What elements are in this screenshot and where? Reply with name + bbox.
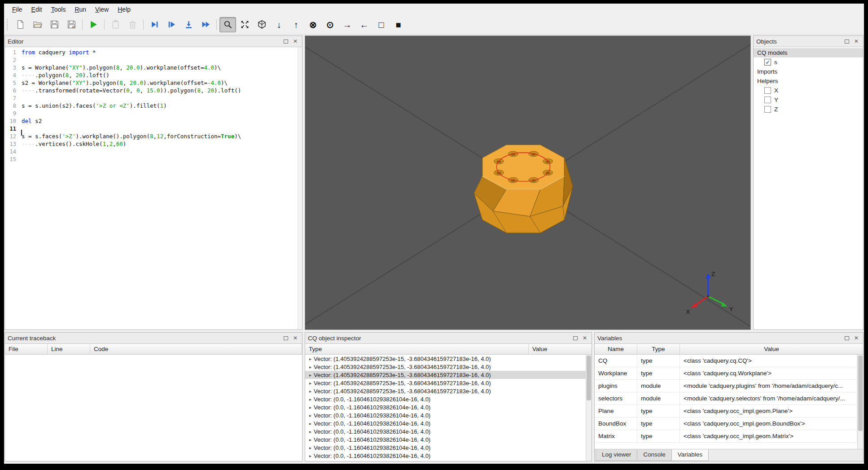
expand-arrow-icon[interactable]: [307, 381, 314, 386]
inspector-row[interactable]: Vector: (1.4053924288597253e-15, -3.6804…: [305, 355, 586, 363]
expand-arrow-icon[interactable]: [307, 421, 314, 426]
expand-arrow-icon[interactable]: [307, 365, 314, 369]
code-line-8[interactable]: 8s = s.union(s2).faces('>Z or <Z').fille…: [5, 102, 302, 110]
inspector-row[interactable]: Vector: (0.0, -1.1604610293826104e-16, 4…: [305, 435, 586, 444]
save-as-button[interactable]: [63, 17, 80, 32]
code-line-5[interactable]: 5s2 = Workplane("XY").polygon(8, 20.0).w…: [5, 79, 302, 87]
inspector-close-button[interactable]: [581, 334, 589, 342]
code-line-9[interactable]: 9: [5, 110, 302, 117]
column-header-type[interactable]: Type: [637, 344, 680, 354]
tree-item-z[interactable]: Z: [754, 105, 863, 114]
checkbox-z[interactable]: [764, 106, 771, 113]
continue-button[interactable]: [197, 17, 214, 32]
save-button[interactable]: [46, 17, 63, 32]
tree-item-imports[interactable]: Imports: [754, 67, 863, 76]
menu-edit[interactable]: Edit: [27, 4, 47, 14]
variable-row-plane[interactable]: Planetype<class 'cadquery.occ_impl.geom.…: [595, 405, 857, 417]
inspector-row[interactable]: Vector: (0.0, -1.1604610293826104e-16, 4…: [305, 419, 586, 427]
code-line-2[interactable]: 2: [5, 56, 302, 64]
inspector-row[interactable]: Vector: (0.0, -1.1604610293826104e-16, 4…: [305, 444, 586, 452]
variables-scrollbar[interactable]: [857, 355, 863, 449]
variable-row-plugins[interactable]: pluginsmodule<module 'cadquery.plugins' …: [595, 380, 857, 392]
scrollbar-thumb[interactable]: [587, 356, 591, 400]
top-view-button[interactable]: ↓: [271, 17, 287, 32]
objects-float-button[interactable]: [843, 37, 851, 45]
inspector-row[interactable]: Vector: (1.4053924288597253e-15, -3.6804…: [305, 371, 586, 379]
column-header-value[interactable]: Value: [680, 344, 863, 354]
bottom-view-button[interactable]: ↑: [288, 17, 304, 32]
step-into-button[interactable]: [180, 17, 197, 32]
tree-item-s[interactable]: s: [754, 57, 863, 67]
checkbox-x[interactable]: [764, 87, 771, 94]
column-header-file[interactable]: File: [5, 344, 48, 354]
code-line-13[interactable]: 13····.vertices().cskHole(1,2,60): [5, 140, 302, 148]
shaded-button[interactable]: ■: [390, 17, 407, 32]
tree-item-helpers[interactable]: Helpers: [754, 76, 863, 86]
tree-item-y[interactable]: Y: [754, 95, 863, 105]
toolbar-handle[interactable]: [7, 19, 10, 31]
code-line-14[interactable]: 14: [5, 148, 302, 155]
debug-button[interactable]: [146, 17, 163, 32]
to-console-button[interactable]: [107, 17, 124, 32]
column-header-line[interactable]: Line: [48, 344, 90, 354]
expand-arrow-icon[interactable]: [307, 389, 314, 394]
code-line-7[interactable]: 7: [5, 94, 302, 102]
menu-view[interactable]: View: [91, 4, 113, 14]
checkbox-y[interactable]: [764, 97, 771, 103]
editor-scrollbar[interactable]: [298, 47, 302, 329]
checkbox-s[interactable]: [764, 59, 771, 66]
expand-arrow-icon[interactable]: [307, 413, 314, 418]
fit-all-button[interactable]: [237, 17, 253, 32]
left-view-button[interactable]: →: [339, 17, 355, 32]
code-line-15[interactable]: 15: [5, 155, 302, 163]
variable-row-boundbox[interactable]: BoundBoxtype<class 'cadquery.occ_impl.ge…: [595, 417, 857, 430]
menu-help[interactable]: Help: [113, 4, 135, 14]
inspector-row[interactable]: Vector: (0.0, -1.1604610293826104e-16, 4…: [305, 395, 586, 403]
fit-button[interactable]: [219, 17, 236, 32]
inspector-row[interactable]: Vector: (0.0, -1.1604610293826104e-16, 4…: [305, 411, 586, 419]
new-button[interactable]: [12, 17, 29, 32]
expand-arrow-icon[interactable]: [307, 437, 314, 442]
inspector-row[interactable]: Vector: (0.0, -1.1604610293826104e-16, 4…: [305, 403, 586, 411]
tree-item-x[interactable]: X: [754, 86, 863, 95]
inspector-row[interactable]: Vector: (1.4053924288597253e-15, -3.6804…: [305, 379, 586, 387]
iso-view-button[interactable]: [254, 17, 270, 32]
inspector-scrollbar[interactable]: [586, 355, 592, 461]
variables-close-button[interactable]: [852, 334, 860, 342]
inspector-float-button[interactable]: [571, 334, 579, 342]
scrollbar-thumb[interactable]: [858, 356, 863, 431]
back-view-button[interactable]: ⊙: [322, 17, 338, 32]
render-button[interactable]: [85, 17, 102, 32]
tree-item-cq-models[interactable]: CQ models: [754, 48, 863, 57]
expand-arrow-icon[interactable]: [307, 373, 314, 378]
inspector-row[interactable]: Vector: (0.0, -1.1604610293826104e-16, 4…: [305, 427, 586, 435]
3d-viewport[interactable]: X Y Z: [305, 35, 751, 330]
variable-row-selectors[interactable]: selectorsmodule<module 'cadquery.selecto…: [595, 392, 857, 405]
traceback-close-button[interactable]: [291, 334, 299, 342]
variables-float-button[interactable]: [843, 334, 851, 342]
front-view-button[interactable]: ⊗: [305, 17, 321, 32]
expand-arrow-icon[interactable]: [307, 405, 314, 410]
code-line-1[interactable]: 1from cadquery import *: [5, 48, 302, 56]
tab-variables[interactable]: Variables: [671, 449, 709, 461]
traceback-float-button[interactable]: [282, 334, 290, 342]
expand-arrow-icon[interactable]: [307, 453, 314, 458]
inspector-row[interactable]: Vector: (1.4053924288597253e-15, -3.6804…: [305, 363, 586, 371]
step-button[interactable]: [163, 17, 180, 32]
code-line-3[interactable]: 3s = Workplane("XY").polygon(8, 20.0).wo…: [5, 64, 302, 71]
column-header-name[interactable]: Name: [595, 344, 637, 354]
code-line-10[interactable]: 10del s2: [5, 117, 302, 125]
expand-arrow-icon[interactable]: [307, 445, 314, 450]
right-view-button[interactable]: ←: [356, 17, 373, 32]
variable-row-workplane[interactable]: Workplanetype<class 'cadquery.cq.Workpla…: [595, 367, 857, 380]
open-button[interactable]: [29, 17, 46, 32]
expand-arrow-icon[interactable]: [307, 429, 314, 434]
editor-float-button[interactable]: [282, 37, 290, 45]
code-editor[interactable]: 1from cadquery import *23s = Workplane("…: [5, 47, 302, 329]
code-line-4[interactable]: 4····.polygon(8, 20).loft(): [5, 71, 302, 79]
code-line-12[interactable]: 12s = s.faces('>Z').workplane().polygon(…: [5, 132, 302, 140]
code-line-11[interactable]: 11: [5, 125, 302, 132]
inspector-row[interactable]: Vector: (1.4053924288597253e-15, -3.6804…: [305, 387, 586, 395]
expand-arrow-icon[interactable]: [307, 356, 314, 361]
tab-log-viewer[interactable]: Log viewer: [596, 449, 637, 461]
